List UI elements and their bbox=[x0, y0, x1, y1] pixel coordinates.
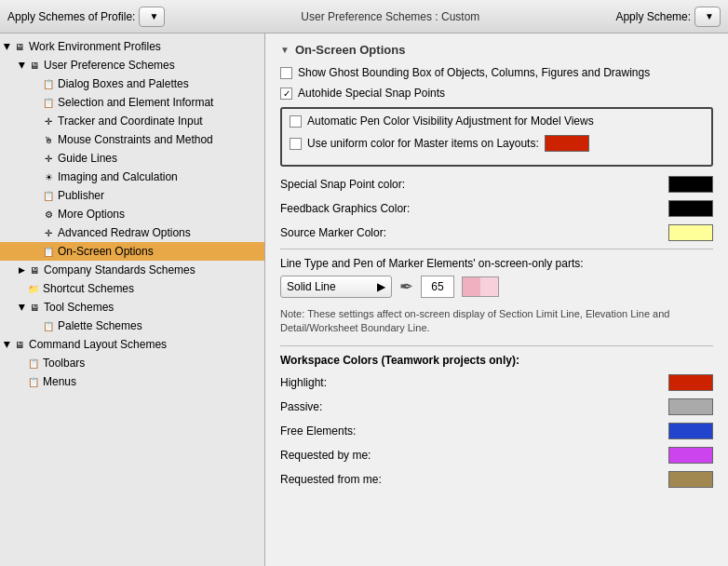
section-title: On-Screen Options bbox=[295, 43, 405, 57]
apply-scheme-dropdown[interactable]: ▼ bbox=[694, 7, 721, 27]
sidebar-item-mouse[interactable]: 🖱 Mouse Constraints and Method bbox=[0, 130, 264, 149]
sidebar-label-advanced-redraw: Advanced Redraw Options bbox=[58, 226, 191, 239]
sidebar-item-advanced-redraw[interactable]: ✛ Advanced Redraw Options bbox=[0, 223, 264, 242]
content-panel: ▼ On-Screen Options Show Ghost Bounding … bbox=[265, 34, 728, 566]
sidebar-label-publisher: Publisher bbox=[58, 189, 104, 202]
workspace-requested-by-me-row: Requested by me: bbox=[280, 447, 713, 464]
workspace-free-elements-label: Free Elements: bbox=[280, 424, 668, 438]
triangle-icon: ▶ bbox=[19, 265, 25, 275]
option-ghost-bounding-row: Show Ghost Bounding Box of Objects, Colu… bbox=[280, 66, 713, 79]
option-autohide-label: Autohide Special Snap Points bbox=[298, 87, 445, 100]
workspace-title: Workspace Colors (Teamwork projects only… bbox=[280, 354, 713, 367]
triangle-icon: ▶ bbox=[3, 342, 12, 348]
sidebar-item-company-std[interactable]: ▶ 🖥 Company Standards Schemes bbox=[0, 261, 264, 279]
top-bar: Apply Schemes of Profile: ▼ User Prefere… bbox=[0, 0, 728, 34]
option-autohide-checkbox[interactable] bbox=[280, 88, 292, 100]
sidebar-label-mouse: Mouse Constraints and Method bbox=[58, 133, 213, 146]
sidebar-item-work-env[interactable]: ▶ 🖥 Work Environment Profiles bbox=[0, 37, 264, 56]
sidebar-label-user-pref: User Preference Schemes bbox=[44, 59, 175, 72]
uniform-color-swatch[interactable] bbox=[545, 135, 589, 152]
workspace-section: Workspace Colors (Teamwork projects only… bbox=[280, 354, 713, 488]
sidebar-label-on-screen: On-Screen Options bbox=[58, 245, 154, 258]
special-snap-label: Special Snap Point color: bbox=[280, 178, 668, 191]
option-pen-color-checkbox[interactable] bbox=[290, 115, 302, 128]
workspace-passive-label: Passive: bbox=[280, 400, 668, 413]
sidebar-label-shortcut: Shortcut Schemes bbox=[43, 282, 134, 295]
line-color-preview[interactable] bbox=[462, 276, 499, 297]
option-uniform-color-row: Use uniform color for Master items on La… bbox=[290, 135, 704, 152]
line-type-dropdown[interactable]: Solid Line ▶ bbox=[280, 276, 392, 298]
source-marker-label: Source Marker Color: bbox=[280, 226, 668, 239]
apply-schemes-dropdown[interactable]: ▼ bbox=[139, 7, 165, 27]
imaging-icon: ☀ bbox=[41, 169, 56, 184]
note-text: Note: These settings affect on-screen di… bbox=[280, 307, 713, 336]
solid-line-text: Solid Line bbox=[287, 280, 336, 293]
workspace-passive-row: Passive: bbox=[280, 398, 713, 415]
on-screen-icon: 📋 bbox=[41, 244, 56, 259]
apply-scheme-label: Apply Scheme: bbox=[615, 10, 691, 23]
workspace-free-elements-swatch[interactable] bbox=[668, 423, 713, 439]
sidebar-item-user-pref[interactable]: ▶ 🖥 User Preference Schemes bbox=[0, 56, 264, 74]
pen-number: 65 bbox=[431, 280, 443, 293]
company-icon: 🖥 bbox=[27, 263, 42, 277]
dialog-icon: 📋 bbox=[41, 76, 56, 91]
workspace-passive-swatch[interactable] bbox=[668, 398, 713, 415]
workspace-requested-from-me-label: Requested from me: bbox=[280, 473, 668, 486]
triangle-icon: ▶ bbox=[18, 304, 27, 311]
apply-scheme-section: Apply Scheme: ▼ bbox=[615, 7, 721, 27]
option-ghost-bounding-checkbox[interactable] bbox=[280, 67, 292, 79]
sidebar-item-guide-lines[interactable]: ✛ Guide Lines bbox=[0, 149, 264, 168]
sidebar-item-tracker[interactable]: ✛ Tracker and Coordinate Input bbox=[0, 112, 264, 130]
apply-scheme-arrow-icon: ▼ bbox=[705, 11, 714, 21]
workspace-highlight-swatch[interactable] bbox=[668, 374, 713, 391]
sidebar-item-more-options[interactable]: ⚙ More Options bbox=[0, 205, 264, 223]
sidebar-label-dialog-boxes: Dialog Boxes and Palettes bbox=[58, 77, 189, 90]
option-uniform-color-checkbox[interactable] bbox=[290, 138, 302, 150]
sidebar-item-tool-schemes[interactable]: ▶ 🖥 Tool Schemes bbox=[0, 298, 264, 317]
command-icon: 🖥 bbox=[12, 337, 27, 352]
sidebar-label-guide-lines: Guide Lines bbox=[58, 152, 117, 165]
option-autohide-row: Autohide Special Snap Points bbox=[280, 87, 713, 100]
line-type-row: Solid Line ▶ ✒ 65 bbox=[280, 276, 713, 298]
sidebar-item-palette[interactable]: 📋 Palette Schemes bbox=[0, 317, 264, 335]
folder-icon: 🖥 bbox=[27, 58, 42, 73]
sidebar-label-tool-schemes: Tool Schemes bbox=[44, 301, 114, 314]
option-pen-color-label: Automatic Pen Color Visibility Adjustmen… bbox=[307, 115, 594, 128]
guide-icon: ✛ bbox=[41, 151, 56, 166]
folder-icon: 🖥 bbox=[12, 39, 27, 54]
sidebar-label-menus: Menus bbox=[43, 375, 76, 388]
main-layout: ▶ 🖥 Work Environment Profiles ▶ 🖥 User P… bbox=[0, 34, 728, 566]
palette-icon: 📋 bbox=[41, 318, 56, 333]
pen-number-box[interactable]: 65 bbox=[421, 276, 454, 298]
apply-schemes-arrow-icon: ▼ bbox=[149, 11, 158, 21]
sidebar-item-imaging[interactable]: ☀ Imaging and Calculation bbox=[0, 168, 264, 186]
workspace-requested-from-me-swatch[interactable] bbox=[668, 471, 713, 488]
source-marker-swatch[interactable] bbox=[668, 224, 713, 241]
workspace-highlight-label: Highlight: bbox=[280, 376, 668, 389]
publisher-icon: 📋 bbox=[41, 188, 56, 203]
center-text: User Preference Schemes : Custom bbox=[172, 10, 608, 23]
special-snap-row: Special Snap Point color: bbox=[280, 176, 713, 193]
sidebar-item-toolbars[interactable]: 📋 Toolbars bbox=[0, 354, 264, 372]
sidebar-item-shortcut[interactable]: 📁 Shortcut Schemes bbox=[0, 279, 264, 298]
selection-icon: 📋 bbox=[41, 95, 56, 110]
sidebar-item-on-screen[interactable]: 📋 On-Screen Options bbox=[0, 242, 264, 261]
pen-nib-icon: ✒ bbox=[399, 276, 413, 297]
sidebar-item-publisher[interactable]: 📋 Publisher bbox=[0, 186, 264, 205]
apply-schemes-section: Apply Schemes of Profile: ▼ bbox=[7, 7, 165, 27]
apply-schemes-label: Apply Schemes of Profile: bbox=[7, 10, 135, 23]
feedback-graphics-label: Feedback Graphics Color: bbox=[280, 202, 668, 215]
workspace-requested-by-me-label: Requested by me: bbox=[280, 449, 668, 462]
dropdown-arrow-icon: ▶ bbox=[377, 280, 385, 293]
sidebar-item-command-layout[interactable]: ▶ 🖥 Command Layout Schemes bbox=[0, 335, 264, 354]
special-snap-swatch[interactable] bbox=[668, 176, 713, 193]
sidebar-item-dialog-boxes[interactable]: 📋 Dialog Boxes and Palettes bbox=[0, 74, 264, 93]
feedback-graphics-swatch[interactable] bbox=[668, 200, 713, 217]
sidebar-item-selection[interactable]: 📋 Selection and Element Informat bbox=[0, 93, 264, 112]
workspace-requested-by-me-swatch[interactable] bbox=[668, 447, 713, 464]
tool-icon: 🖥 bbox=[27, 300, 42, 315]
sidebar-item-menus[interactable]: 📋 Menus bbox=[0, 372, 264, 391]
section-triangle-icon: ▼ bbox=[280, 45, 290, 55]
feedback-graphics-row: Feedback Graphics Color: bbox=[280, 200, 713, 217]
workspace-requested-from-me-row: Requested from me: bbox=[280, 471, 713, 488]
